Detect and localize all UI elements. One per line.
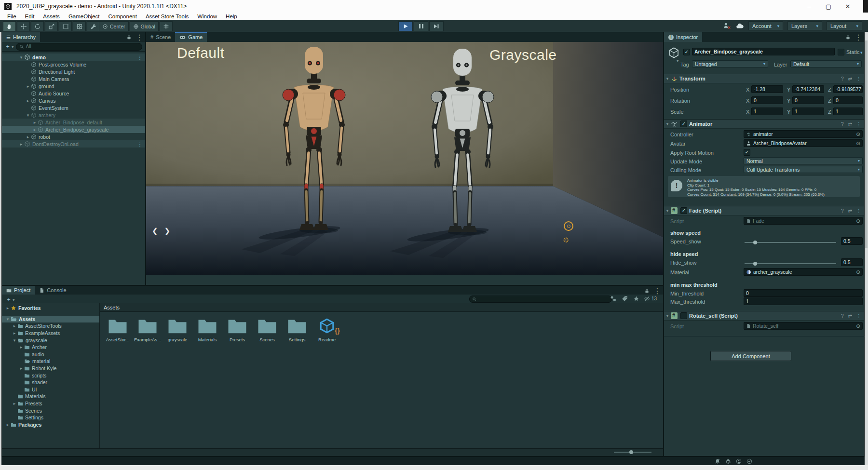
search-by-type-icon[interactable] [610,295,616,302]
culling-mode-dropdown[interactable]: Cull Update Transforms▾ [744,166,863,173]
add-asset-button[interactable]: ＋ [6,295,15,304]
kebab-menu-icon[interactable] [137,141,143,147]
foldout-open-icon[interactable] [664,121,671,126]
scale-z-field[interactable]: 1 [833,107,863,115]
menu-window[interactable]: Window [193,13,221,19]
tree-row[interactable]: Robot Kyle [2,365,99,372]
maximize-icon[interactable]: ▢ [825,3,832,10]
icon-picker-caret[interactable] [677,57,679,63]
menu-file[interactable]: File [3,13,21,19]
layers-status-icon[interactable] [725,458,731,464]
help-icon[interactable]: ? [841,76,844,81]
save-search-icon[interactable] [633,295,639,302]
kebab-menu-icon[interactable] [136,33,143,42]
static-checkbox[interactable] [838,49,844,55]
tree-row-packages[interactable]: Packages [2,421,99,429]
hierarchy-row[interactable]: Audio Source [2,90,145,97]
tab-inspector[interactable]: iInspector [664,32,702,42]
cloud-icon[interactable] [735,22,744,30]
help-icon[interactable]: ? [841,313,844,319]
object-picker-icon[interactable] [856,140,860,146]
tab-scene[interactable]: #Scene [146,32,175,42]
min-threshold-field[interactable]: 0 [744,289,863,297]
material-field[interactable]: archer_grayscale [744,268,863,276]
foldout-closed-icon[interactable] [12,401,17,406]
hierarchy-row[interactable]: Canvas [2,97,145,104]
rect-tool-button[interactable] [59,21,72,31]
kebab-menu-icon[interactable] [856,313,861,319]
active-checkbox[interactable]: ✓ [683,49,690,55]
update-mode-dropdown[interactable]: Normal▾ [744,157,863,164]
speed-show-slider[interactable] [745,242,836,243]
hierarchy-row-scene[interactable]: demo [2,54,145,61]
step-button[interactable] [429,21,444,31]
tree-row[interactable]: audio [2,351,99,358]
foldout-closed-icon[interactable] [32,120,38,125]
menu-assets[interactable]: Assets [39,13,64,19]
animator-enabled-checkbox[interactable]: ✓ [680,121,687,127]
foldout-closed-icon[interactable] [12,331,17,336]
transform-tool-button[interactable] [73,21,86,31]
menu-component[interactable]: Component [104,13,141,19]
foldout-open-icon[interactable] [664,208,671,213]
scale-y-field[interactable]: 1 [792,107,824,115]
tab-project[interactable]: Project [2,286,35,295]
foldout-open-icon[interactable] [18,55,24,60]
next-arrow-button[interactable]: ❯ [164,227,171,235]
position-y-field[interactable]: -0.7412384 [792,85,824,93]
hide-show-slider[interactable] [745,263,836,264]
animator-header[interactable]: ✓ Animator ?⇄ [664,119,864,129]
max-threshold-field[interactable]: 1 [744,297,863,305]
asset-tile-folder[interactable]: Scenes [252,317,282,342]
grid-snap-button[interactable] [160,21,173,31]
tree-row[interactable]: Settings [2,414,99,421]
controller-field[interactable]: animator [744,130,863,138]
layer-dropdown[interactable]: Default▾ [790,60,862,67]
menu-gameobject[interactable]: GameObject [64,13,104,19]
lock-icon[interactable] [126,35,132,40]
pivot-global-toggle[interactable]: Global [130,21,159,31]
foldout-open-icon[interactable] [12,338,17,343]
project-search-input[interactable] [469,295,612,303]
tag-dropdown[interactable]: Untagged▾ [692,60,768,67]
close-icon[interactable]: ✕ [844,3,852,10]
menu-asset-store-tools[interactable]: Asset Store Tools [141,13,193,19]
foldout-closed-icon[interactable] [25,84,31,89]
scale-tool-button[interactable] [45,21,58,31]
static-caret[interactable] [860,49,863,55]
tree-row[interactable]: AssetStoreTools [2,322,99,330]
foldout-closed-icon[interactable] [25,98,31,103]
fade-enabled-checkbox[interactable]: ✓ [680,207,687,214]
lock-icon[interactable] [845,35,851,40]
asset-tile-folder[interactable]: AssetStor... [103,317,133,342]
apply-root-motion-checkbox[interactable]: ✓ [744,149,750,156]
pivot-center-toggle[interactable]: Center [99,21,129,31]
transform-header[interactable]: Transform ?⇄ [664,74,864,83]
tree-row-assets-root[interactable]: Assets [2,316,99,323]
account-dropdown[interactable]: Account▾ [748,21,783,30]
presets-icon[interactable]: ⇄ [848,208,852,214]
tree-row[interactable]: UI [2,386,99,393]
account-status-icon[interactable] [736,458,742,464]
kebab-menu-icon[interactable] [653,286,661,295]
kebab-menu-icon[interactable] [856,76,861,81]
gizmo-icon-circle[interactable] [564,221,573,231]
hierarchy-row-inactive[interactable]: Archer_Bindpose_default [2,119,145,126]
menu-edit[interactable]: Edit [21,13,39,19]
hierarchy-row-selected[interactable]: Archer_Bindpose_grayscale [2,126,145,133]
foldout-open-icon[interactable] [5,317,11,322]
object-picker-icon[interactable] [856,218,860,224]
tree-row[interactable]: Presets [2,400,99,407]
scale-x-field[interactable]: 1 [751,107,783,115]
object-picker-icon[interactable] [856,269,860,275]
asset-tile-folder[interactable]: Presets [222,317,252,342]
thumbnail-size-slider[interactable] [614,452,651,453]
foldout-closed-icon[interactable] [18,345,24,349]
name-field[interactable]: Archer_Bindpose_grayscale [692,48,835,55]
assets-breadcrumb[interactable]: Assets [100,303,663,312]
rotate-tool-button[interactable] [31,21,44,31]
hierarchy-row[interactable]: EventSystem [2,104,145,111]
tree-row[interactable]: scripts [2,372,99,379]
custom-tool-button[interactable] [87,21,100,31]
prev-arrow-button[interactable]: ❮ [152,227,158,235]
